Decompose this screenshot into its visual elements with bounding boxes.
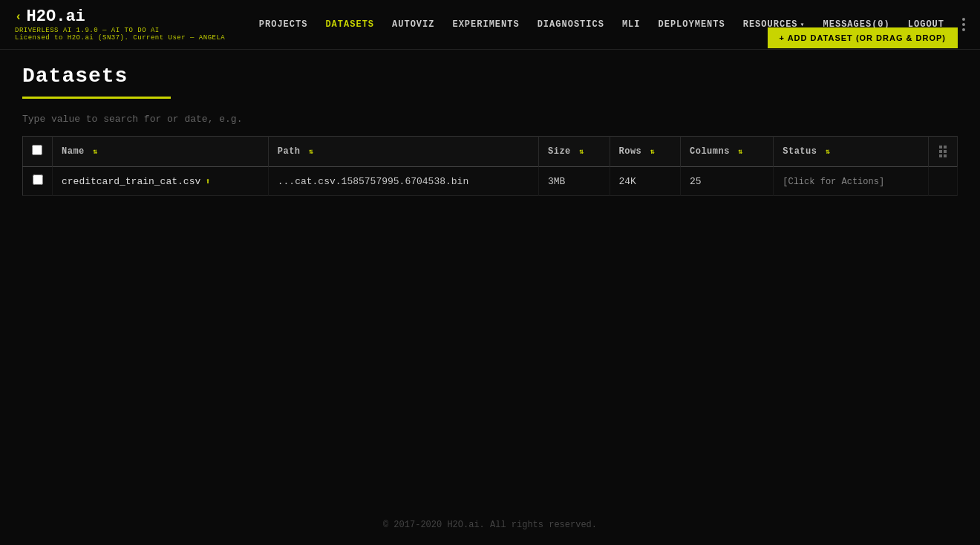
table-grid-control[interactable] [929, 137, 958, 167]
row-columns-0: 25 [680, 167, 773, 196]
row-status-0[interactable]: [Click for Actions] [774, 167, 929, 196]
brand-subtitle: DRIVERLESS AI 1.9.0 — AI TO DO AI Licens… [15, 27, 225, 42]
sort-icon-rows: ⇅ [650, 148, 656, 156]
col-header-columns[interactable]: Columns ⇅ [680, 137, 773, 167]
sort-icon-columns: ⇅ [739, 148, 744, 156]
actions-button-0[interactable]: [Click for Actions] [783, 177, 884, 187]
table-header-row: Name ⇅ Path ⇅ Size ⇅ Rows ⇅ Columns ⇅ [23, 137, 958, 167]
row-controls-0 [929, 167, 958, 196]
select-all-checkbox[interactable] [32, 145, 42, 155]
nav-diagnostics[interactable]: DIAGNOSTICS [538, 19, 604, 30]
grid-view-icon [938, 144, 948, 159]
row-rows-0: 24K [610, 167, 680, 196]
row-checkbox-0[interactable] [33, 174, 43, 185]
nav-datasets[interactable]: DATASETS [325, 19, 374, 30]
nav-projects[interactable]: PROJECTS [259, 19, 308, 30]
page-title: Datasets [22, 65, 128, 88]
footer: © 2017-2020 H2O.ai. All rights reserved. [0, 520, 980, 530]
nav-deployments[interactable]: DEPLOYMENTS [659, 19, 725, 30]
table-row: creditcard_train_cat.csv ⬆ ...cat.csv.15… [23, 167, 958, 196]
col-header-path[interactable]: Path ⇅ [268, 137, 538, 167]
sort-icon-name: ⇅ [94, 148, 99, 156]
add-dataset-button[interactable]: + ADD DATASET (OR DRAG & DROP) [768, 27, 958, 48]
nav-experiments[interactable]: EXPERIMENTS [452, 19, 519, 30]
brand: ‹ H2O.ai DRIVERLESS AI 1.9.0 — AI TO DO … [15, 7, 225, 42]
select-all-checkbox-cell[interactable] [23, 137, 53, 167]
upload-icon: ⬆ [205, 176, 210, 187]
brand-logo[interactable]: ‹ H2O.ai [15, 7, 225, 26]
page-content: Datasets + ADD DATASET (OR DRAG & DROP) … [0, 50, 980, 211]
nav-mli[interactable]: MLI [622, 19, 641, 30]
sort-icon-status: ⇅ [826, 148, 831, 156]
row-size-0: 3MB [539, 167, 610, 196]
datasets-table: Name ⇅ Path ⇅ Size ⇅ Rows ⇅ Columns ⇅ [22, 136, 958, 196]
row-path-0: ...cat.csv.1585757995.6704538.bin [268, 167, 538, 196]
sort-icon-size: ⇅ [580, 148, 585, 156]
copyright-text: © 2017-2020 H2O.ai. All rights reserved. [383, 520, 597, 530]
col-header-size[interactable]: Size ⇅ [539, 137, 610, 167]
row-name-0: creditcard_train_cat.csv ⬆ [53, 167, 269, 196]
col-header-status[interactable]: Status ⇅ [774, 137, 929, 167]
brand-name: H2O.ai [27, 7, 85, 26]
back-arrow-icon: ‹ [15, 10, 22, 24]
filename-text: creditcard_train_cat.csv [62, 176, 200, 187]
progress-bar [22, 97, 171, 99]
nav-more-icon[interactable] [962, 18, 965, 31]
nav-autoviz[interactable]: AUTOVIZ [392, 19, 434, 30]
sort-icon-path: ⇅ [309, 148, 314, 156]
col-header-rows[interactable]: Rows ⇅ [610, 137, 680, 167]
col-header-name[interactable]: Name ⇅ [53, 137, 269, 167]
search-section [22, 114, 958, 125]
row-checkbox-cell[interactable] [23, 167, 53, 196]
search-input[interactable] [22, 114, 245, 125]
